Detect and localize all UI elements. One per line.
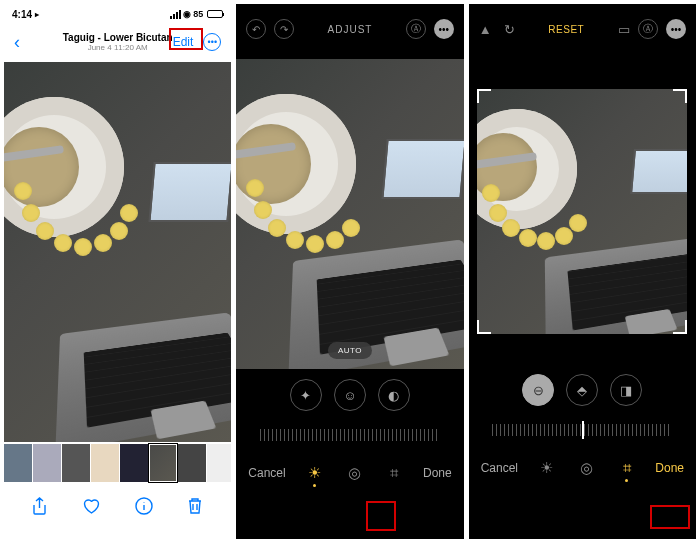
more-options-button[interactable]: ••• bbox=[666, 19, 686, 39]
adjust-mode-title: ADJUST bbox=[328, 24, 373, 35]
thumbnail[interactable] bbox=[4, 444, 32, 482]
favorite-button[interactable] bbox=[81, 496, 103, 516]
crop-tools-row: ⊖ ⬘ ◨ bbox=[469, 364, 696, 416]
thumbnail-strip[interactable] bbox=[4, 442, 231, 484]
undo-button[interactable]: ↶ bbox=[246, 19, 266, 39]
status-bar: 4:14 ▸ ◉ 85 bbox=[4, 4, 231, 22]
more-options-button[interactable]: ••• bbox=[434, 19, 454, 39]
wifi-icon: ◉ bbox=[183, 9, 191, 19]
location-title: Taguig - Lower Bicutan bbox=[63, 32, 173, 43]
flip-vertical-button[interactable]: ▲ bbox=[479, 22, 492, 37]
back-button[interactable]: ‹ bbox=[14, 32, 20, 53]
photos-view-screen: 4:14 ▸ ◉ 85 ‹ Taguig - Lower Bicutan Jun… bbox=[4, 4, 231, 539]
editor-top-bar: ↶ ↷ ADJUST Ⓐ ••• bbox=[236, 4, 463, 54]
auto-label: AUTO bbox=[328, 342, 372, 359]
exposure-tool[interactable]: ☺ bbox=[334, 379, 366, 411]
delete-button[interactable] bbox=[184, 496, 206, 516]
filters-tab[interactable]: ◎ bbox=[577, 459, 597, 477]
photo-laptop bbox=[545, 238, 687, 334]
thumbnail-active[interactable] bbox=[149, 444, 177, 482]
thumbnail[interactable] bbox=[207, 444, 231, 482]
cancel-button[interactable]: Cancel bbox=[248, 466, 285, 480]
share-button[interactable] bbox=[29, 496, 51, 516]
done-button[interactable]: Done bbox=[655, 461, 684, 475]
location-arrow-icon: ▸ bbox=[35, 10, 39, 19]
crop-handle-br[interactable] bbox=[673, 320, 687, 334]
rotate-button[interactable]: ↻ bbox=[504, 22, 515, 37]
photo-laptop-screen bbox=[149, 162, 232, 222]
thumbnail[interactable] bbox=[178, 444, 206, 482]
crop-photo[interactable] bbox=[477, 89, 687, 334]
editor-bottom-bar: Cancel ☀ ◎ ⌗ Done bbox=[469, 444, 696, 492]
adjust-tools-row: ✦ ☺ ◐ bbox=[236, 369, 463, 421]
status-time: 4:14 bbox=[12, 9, 32, 20]
crop-tab[interactable]: ⌗ bbox=[617, 459, 637, 477]
cancel-button[interactable]: Cancel bbox=[481, 461, 518, 475]
thumbnail[interactable] bbox=[120, 444, 148, 482]
date-subtitle: June 4 11:20 AM bbox=[63, 43, 173, 52]
signal-icon bbox=[170, 10, 181, 19]
thumbnail[interactable] bbox=[91, 444, 119, 482]
crop-handle-tl[interactable] bbox=[477, 89, 491, 103]
crop-slider[interactable] bbox=[469, 416, 696, 444]
editor-top-bar: ▲ ↻ RESET ▭ Ⓐ ••• bbox=[469, 4, 696, 54]
battery-percent: 85 bbox=[193, 9, 203, 19]
crop-handle-tr[interactable] bbox=[673, 89, 687, 103]
editor-photo[interactable]: AUTO bbox=[236, 59, 463, 369]
done-highlight bbox=[650, 505, 690, 529]
photo-laptop bbox=[56, 313, 232, 442]
reset-button[interactable]: RESET bbox=[548, 24, 584, 35]
adjust-tab[interactable]: ☀ bbox=[537, 459, 557, 477]
thumbnail[interactable] bbox=[62, 444, 90, 482]
thumbnail[interactable] bbox=[33, 444, 61, 482]
info-button[interactable] bbox=[133, 496, 155, 516]
photo-laptop-screen bbox=[630, 149, 687, 194]
straighten-tool[interactable]: ⊖ bbox=[522, 374, 554, 406]
brilliance-tool[interactable]: ◐ bbox=[378, 379, 410, 411]
editor-bottom-bar: Cancel ☀ ◎ ⌗ Done bbox=[236, 449, 463, 497]
bottom-toolbar bbox=[4, 484, 231, 528]
horizontal-perspective-tool[interactable]: ◨ bbox=[610, 374, 642, 406]
aspect-ratio-button[interactable]: ▭ bbox=[618, 22, 630, 37]
crop-tab[interactable]: ⌗ bbox=[384, 464, 404, 482]
photo-laptop-screen bbox=[381, 139, 464, 199]
crop-editor-screen: ▲ ↻ RESET ▭ Ⓐ ••• ⊖ ⬘ ◨ Cancel ☀ ◎ bbox=[469, 4, 696, 539]
title-block: Taguig - Lower Bicutan June 4 11:20 AM bbox=[63, 32, 173, 52]
adjust-editor-screen: ↶ ↷ ADJUST Ⓐ ••• AUTO ✦ ☺ ◐ Cancel ☀ ◎ ⌗… bbox=[236, 4, 463, 539]
adjustment-slider[interactable] bbox=[236, 421, 463, 449]
done-button[interactable]: Done bbox=[423, 466, 452, 480]
nav-bar: ‹ Taguig - Lower Bicutan June 4 11:20 AM… bbox=[4, 22, 231, 62]
photo-laptop bbox=[288, 240, 464, 369]
crop-handle-bl[interactable] bbox=[477, 320, 491, 334]
edit-button[interactable]: Edit bbox=[169, 33, 198, 51]
battery-icon bbox=[207, 10, 223, 18]
markup-button[interactable]: Ⓐ bbox=[638, 19, 658, 39]
more-button[interactable]: ••• bbox=[203, 33, 221, 51]
main-photo[interactable] bbox=[4, 62, 231, 442]
redo-button[interactable]: ↷ bbox=[274, 19, 294, 39]
filters-tab[interactable]: ◎ bbox=[344, 464, 364, 482]
adjust-tab[interactable]: ☀ bbox=[304, 464, 324, 482]
crop-highlight bbox=[366, 501, 396, 531]
markup-button[interactable]: Ⓐ bbox=[406, 19, 426, 39]
magic-wand-tool[interactable]: ✦ bbox=[290, 379, 322, 411]
slider-indicator[interactable] bbox=[582, 421, 584, 439]
vertical-perspective-tool[interactable]: ⬘ bbox=[566, 374, 598, 406]
